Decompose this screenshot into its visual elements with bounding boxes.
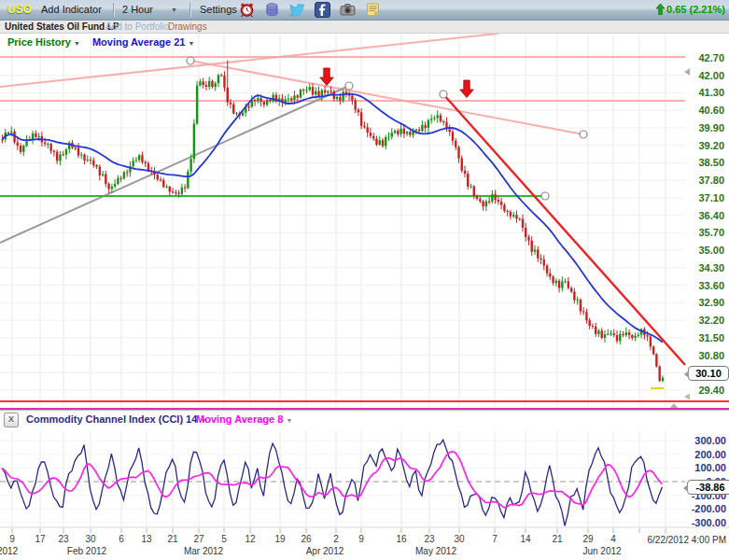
time-tick-label: 30	[85, 534, 96, 544]
time-tick-label: 6	[119, 534, 124, 544]
axis-marker	[684, 68, 690, 76]
cci-axis-label: -200.00	[692, 503, 726, 514]
drawing-anchor-handle[interactable]	[187, 57, 194, 64]
cci-title-text: Commodity Channel Index (CCI) 14	[26, 413, 197, 425]
month-label: May 2012	[415, 546, 456, 556]
price-axis-label: 29.40	[698, 385, 724, 396]
cci-ma-text: Moving Average 8	[196, 413, 283, 425]
price-panel-header: Price History ▼ Moving Average 21 ▼	[7, 36, 194, 48]
time-tick-label: 23	[424, 534, 435, 544]
time-tick-label: 16	[396, 534, 407, 544]
cci-axis-label: 200.00	[694, 449, 726, 460]
price-axis-label: 42.70	[698, 52, 724, 63]
cci-line	[2, 440, 662, 525]
current-price-label: 30.10	[688, 366, 729, 381]
time-tick-label: 26	[301, 534, 312, 544]
price-axis: 42.7042.0041.3040.6039.9039.2038.5037.80…	[684, 52, 724, 396]
chevron-down-icon[interactable]: ▼	[74, 40, 80, 47]
chart-canvas: 9172330613212751219262916233071421294201…	[0, 0, 729, 560]
time-tick-label: 2	[333, 534, 339, 544]
down-arrow-annotation[interactable]	[460, 80, 473, 98]
month-label: Feb 2012	[67, 546, 107, 556]
panel-divider[interactable]	[0, 408, 729, 411]
price-axis-label: 34.30	[698, 262, 724, 273]
ma21-dropdown[interactable]: Moving Average 21	[92, 36, 185, 48]
last-update-timestamp: 6/22/2012 4:00 PM	[607, 535, 726, 545]
grid-lines	[0, 35, 685, 527]
time-tick-label: 30	[454, 534, 465, 544]
price-axis-label: 39.90	[698, 122, 724, 133]
price-axis-label: 35.00	[698, 245, 724, 256]
month-label: Apr 2012	[306, 546, 344, 556]
price-axis-label: 37.80	[698, 175, 724, 186]
time-tick-label: 17	[35, 534, 46, 544]
time-tick-label: 7	[492, 534, 498, 544]
drawing-anchor-handle[interactable]	[541, 192, 549, 200]
cci-axis-label: 100.00	[694, 462, 726, 473]
price-axis-label: 32.90	[698, 297, 724, 308]
time-tick-label: 19	[274, 534, 286, 544]
price-axis-label: 38.50	[698, 157, 724, 168]
axis-marker	[684, 394, 690, 400]
time-tick-label: 9	[358, 534, 364, 544]
drawing-anchor-handle[interactable]	[440, 91, 447, 98]
current-cci-label: -38.86	[687, 480, 729, 495]
price-axis-label: 36.40	[698, 210, 724, 221]
month-label: 2012	[0, 546, 19, 556]
cci-axis-label: -300.00	[692, 517, 726, 528]
price-axis-label: 42.00	[698, 70, 724, 81]
drawing-anchor-handle[interactable]	[345, 82, 353, 90]
month-label: Jun 2012	[582, 546, 622, 556]
drawing-anchor-handle[interactable]	[580, 131, 587, 138]
time-tick-label: 13	[141, 534, 152, 544]
price-axis-label: 30.80	[698, 350, 724, 361]
last-bar-marker	[651, 387, 664, 389]
trading-app-window: 9172330613212751219262916233071421294201…	[0, 0, 729, 560]
price-axis-label: 33.60	[698, 280, 724, 291]
time-tick-label: 21	[167, 534, 178, 544]
time-tick-label: 12	[245, 534, 256, 544]
time-tick-label: 5	[221, 534, 227, 544]
price-history-dropdown[interactable]: Price History	[7, 36, 71, 48]
price-axis-label: 37.10	[698, 192, 724, 203]
cci-dropdown[interactable]: Commodity Channel Index (CCI) 14 ▼	[26, 413, 206, 425]
cci-ma-dropdown[interactable]: Moving Average 8 ▼	[196, 413, 292, 425]
time-tick-label: 27	[193, 534, 204, 544]
close-icon[interactable]: X	[4, 413, 19, 427]
month-label: Mar 2012	[184, 546, 224, 556]
chevron-down-icon[interactable]: ▼	[188, 40, 194, 47]
price-axis-label: 32.20	[698, 315, 724, 326]
price-axis-label: 31.50	[698, 332, 724, 343]
price-axis-label: 40.60	[698, 105, 724, 116]
cci-axis-label: 300.00	[694, 435, 726, 446]
chevron-down-icon[interactable]: ▼	[286, 417, 292, 424]
price-axis-label: 35.70	[698, 227, 724, 238]
price-axis-label: 39.20	[698, 140, 724, 151]
down-arrow-annotation[interactable]	[320, 68, 333, 86]
time-tick-label: 29	[582, 534, 594, 544]
time-tick-label: 23	[58, 534, 69, 544]
price-axis-label: 41.30	[698, 87, 724, 98]
time-tick-label: 14	[520, 534, 531, 544]
time-tick-label: 21	[552, 534, 563, 544]
candlestick-series	[1, 61, 664, 383]
time-tick-label: 9	[9, 534, 15, 544]
